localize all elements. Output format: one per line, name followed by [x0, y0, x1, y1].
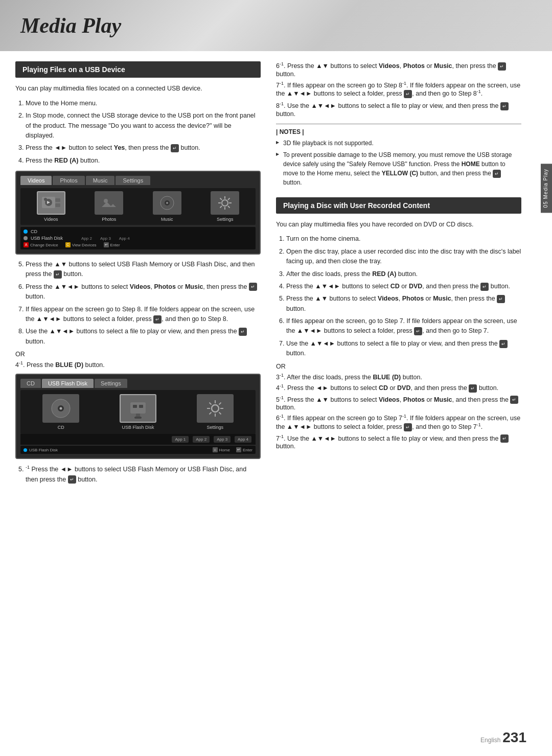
svg-point-12 — [222, 200, 228, 206]
svg-line-35 — [219, 413, 221, 415]
screen1-label-music: Music — [161, 217, 173, 222]
screen1-item-music: Music — [140, 191, 195, 222]
notes-header: | NOTES | — [276, 128, 521, 135]
footer-pagenum: 231 — [502, 729, 526, 745]
screen2-body: CD USB Flash Disk Settings — [20, 390, 256, 434]
enter-btn-r6: ↵ — [498, 62, 506, 71]
screen1-tab-music: Music — [86, 176, 115, 185]
s2-step-1: Turn on the home cinema. — [286, 234, 521, 244]
step-4-1: 4-1. Press the BLUE (D) button. — [15, 360, 261, 369]
screen1-label-videos: Videos — [44, 217, 58, 222]
screen1-source-label-cd: CD — [31, 229, 37, 234]
alt-step-3-1: 3-1. After the disc loads, press the BLU… — [276, 373, 521, 381]
screen2-item-settings: Settings — [178, 394, 251, 430]
s2-enter-icon: ↵ — [236, 447, 241, 452]
ctrl-view-devices: C View Devices — [65, 242, 97, 247]
enter-btn-note: ↵ — [493, 170, 501, 178]
page-header: Media Play — [0, 0, 552, 51]
enter-btn-alt7: ↵ — [500, 434, 509, 443]
enter-btn-alt4: ↵ — [469, 384, 477, 393]
screen1-app3: App 3 — [100, 236, 111, 241]
svg-line-36 — [219, 403, 221, 405]
enter-btn-7: ↵ — [153, 315, 162, 324]
svg-point-29 — [212, 405, 219, 412]
screen2-app-row: App 1 App 2 App 3 App 4 — [20, 434, 256, 445]
ctrl-label-view: View Devices — [72, 243, 97, 247]
svg-point-7 — [104, 199, 108, 203]
page-title: Media Play — [20, 13, 121, 38]
s2-step-7: Use the ▲▼◄► buttons to select a file to… — [286, 339, 521, 359]
screen1-item-settings: Settings — [198, 191, 253, 222]
ctrl-icon-enter: ↵ — [104, 242, 109, 247]
s2-step-3: After the disc loads, press the RED (A) … — [286, 269, 521, 279]
screen1-tab-videos: Videos — [20, 176, 52, 185]
s2-step-6: If files appear on the screen, go to Ste… — [286, 316, 521, 336]
ctrl-icon-yellow: C — [65, 242, 71, 247]
svg-rect-25 — [133, 405, 137, 408]
app3: App 3 — [214, 436, 231, 443]
svg-point-11 — [166, 202, 168, 204]
svg-rect-5 — [55, 203, 60, 207]
notes-section: | NOTES | 3D file playback is not suppor… — [276, 124, 521, 187]
right-step-6-1: 6-1. Press the ▲▼ buttons to select Vide… — [276, 61, 521, 78]
screen2-icon-cd — [42, 394, 79, 423]
app1: App 1 — [172, 436, 189, 443]
screen2-label-settings: Settings — [206, 425, 223, 430]
screen1-tabs: Videos Photos Music Settings — [20, 176, 256, 185]
step-4: Press the RED (A) button. — [26, 156, 261, 166]
enter-btn-6: ↵ — [249, 283, 257, 291]
enter-btn-5-1: ↵ — [68, 475, 76, 484]
page-footer: English 231 — [480, 729, 526, 746]
enter-button-icon: ↵ — [171, 144, 179, 152]
steps-list-1: Move to the Home menu. In Stop mode, con… — [15, 99, 261, 166]
step-5: Press the ▲▼ buttons to select USB Flash… — [26, 260, 261, 280]
screen1-body: Videos Photos Music — [20, 188, 256, 225]
svg-rect-26 — [139, 405, 143, 408]
side-tab: 05 Media Play — [541, 164, 552, 213]
ctrl-label-change: Change Device — [30, 243, 58, 247]
screen-mockup-1: Videos Photos Music Settings Videos Phot… — [15, 171, 261, 255]
screen1-item-videos: Videos — [24, 191, 79, 222]
footer-lang: English — [480, 737, 500, 744]
svg-rect-28 — [134, 417, 142, 419]
s2-step-2: Open the disc tray, place a user recorde… — [286, 247, 521, 267]
svg-line-19 — [228, 198, 230, 200]
screen2-icon-usb — [120, 394, 156, 423]
s2-source-label: USB Flash Disk — [24, 448, 58, 452]
svg-line-34 — [209, 403, 211, 405]
s2-ctrl-enter: ↵ Enter — [236, 447, 252, 452]
or-text-1: OR — [15, 351, 261, 358]
note-1: 3D file playback is not supported. — [276, 139, 521, 148]
screen1-app4: App 4 — [119, 236, 130, 241]
screen1-source-label-usb: USB Flash Disk — [31, 236, 63, 241]
screen1-dot-usb — [24, 236, 28, 240]
alt-step-5-1: 5-1. Press the ▲▼ buttons to select Vide… — [276, 395, 521, 411]
s2-dot — [24, 448, 27, 452]
step-8: Use the ▲▼◄► buttons to select a file to… — [26, 327, 261, 347]
s2-enter-label: Enter — [243, 448, 252, 452]
section2-intro: You can play multimedia files you have r… — [276, 220, 521, 230]
s2-source-text: USB Flash Disk — [29, 448, 58, 452]
svg-line-18 — [228, 206, 230, 208]
svg-point-2 — [44, 198, 47, 201]
screen2-tab-cd: CD — [20, 379, 41, 388]
s2-home-icon: ⌂ — [213, 447, 218, 452]
step-3: Press the ◄► button to select Yes, then … — [26, 143, 261, 153]
enter-btn-alt5: ↵ — [510, 396, 518, 404]
enter-btn-8: ↵ — [239, 328, 247, 336]
svg-point-23 — [60, 407, 62, 410]
note-2: To prevent possible damage to the USB me… — [276, 150, 521, 187]
screen1-icon-music — [153, 191, 181, 215]
step-6: Press the ▲▼◄► buttons to select Videos,… — [26, 282, 261, 302]
screen1-source-cd: CD — [24, 229, 252, 234]
ctrl-enter: ↵ Enter — [104, 242, 120, 247]
step-7: If files appear on the screen go to Step… — [26, 305, 261, 325]
svg-line-20 — [220, 206, 222, 208]
enter-btn-s2-5: ↵ — [497, 295, 505, 303]
ctrl-icon-red: A — [24, 242, 29, 247]
right-step-8-1: 8-1. Use the ▲▼◄► buttons to select a fi… — [276, 101, 521, 118]
screen1-icon-settings — [211, 191, 239, 215]
svg-line-37 — [209, 413, 211, 415]
screen1-tab-settings: Settings — [116, 176, 150, 185]
screen1-dot-cd — [24, 230, 28, 234]
